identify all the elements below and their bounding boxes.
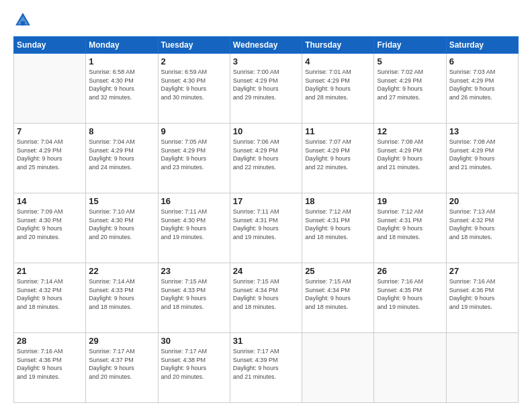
day-info: Sunrise: 7:00 AM Sunset: 4:29 PM Dayligh…	[233, 68, 299, 101]
day-number: 11	[305, 126, 371, 136]
day-info: Sunrise: 7:08 AM Sunset: 4:29 PM Dayligh…	[377, 138, 443, 171]
day-number: 31	[233, 336, 299, 346]
day-cell	[14, 54, 86, 124]
day-number: 12	[377, 126, 443, 136]
day-number: 28	[17, 336, 83, 346]
day-number: 26	[377, 266, 443, 276]
day-info: Sunrise: 7:04 AM Sunset: 4:29 PM Dayligh…	[17, 138, 83, 171]
day-info: Sunrise: 6:59 AM Sunset: 4:30 PM Dayligh…	[161, 68, 227, 101]
day-info: Sunrise: 6:58 AM Sunset: 4:30 PM Dayligh…	[89, 68, 154, 101]
day-cell: 26Sunrise: 7:16 AM Sunset: 4:35 PM Dayli…	[374, 263, 446, 333]
day-cell: 8Sunrise: 7:04 AM Sunset: 4:29 PM Daylig…	[86, 124, 158, 193]
day-number: 15	[89, 196, 154, 206]
logo-icon	[13, 11, 32, 30]
day-cell: 5Sunrise: 7:02 AM Sunset: 4:29 PM Daylig…	[374, 54, 446, 124]
day-cell: 11Sunrise: 7:07 AM Sunset: 4:29 PM Dayli…	[302, 124, 374, 193]
weekday-header-friday: Friday	[374, 37, 446, 54]
day-number: 22	[89, 266, 154, 276]
week-row-2: 14Sunrise: 7:09 AM Sunset: 4:30 PM Dayli…	[14, 193, 519, 263]
day-cell: 17Sunrise: 7:11 AM Sunset: 4:31 PM Dayli…	[230, 193, 302, 263]
weekday-header-wednesday: Wednesday	[230, 37, 302, 54]
day-cell: 12Sunrise: 7:08 AM Sunset: 4:29 PM Dayli…	[374, 124, 446, 193]
weekday-header-row: SundayMondayTuesdayWednesdayThursdayFrid…	[14, 37, 519, 54]
header	[13, 11, 519, 30]
day-cell	[302, 333, 374, 403]
day-cell: 4Sunrise: 7:01 AM Sunset: 4:29 PM Daylig…	[302, 54, 374, 124]
day-cell: 15Sunrise: 7:10 AM Sunset: 4:30 PM Dayli…	[86, 193, 158, 263]
day-number: 5	[377, 56, 443, 66]
day-cell: 20Sunrise: 7:13 AM Sunset: 4:32 PM Dayli…	[446, 193, 518, 263]
day-info: Sunrise: 7:13 AM Sunset: 4:32 PM Dayligh…	[449, 208, 515, 241]
day-cell: 14Sunrise: 7:09 AM Sunset: 4:30 PM Dayli…	[14, 193, 86, 263]
day-cell: 27Sunrise: 7:16 AM Sunset: 4:36 PM Dayli…	[446, 263, 518, 333]
day-info: Sunrise: 7:16 AM Sunset: 4:36 PM Dayligh…	[17, 347, 83, 381]
day-cell: 23Sunrise: 7:15 AM Sunset: 4:33 PM Dayli…	[158, 263, 230, 333]
day-info: Sunrise: 7:10 AM Sunset: 4:30 PM Dayligh…	[89, 208, 154, 241]
day-info: Sunrise: 7:09 AM Sunset: 4:30 PM Dayligh…	[17, 208, 83, 241]
day-info: Sunrise: 7:04 AM Sunset: 4:29 PM Dayligh…	[89, 138, 154, 171]
day-number: 13	[449, 126, 515, 136]
day-number: 16	[161, 196, 227, 206]
day-cell	[374, 333, 446, 403]
day-cell: 31Sunrise: 7:17 AM Sunset: 4:39 PM Dayli…	[230, 333, 302, 403]
day-info: Sunrise: 7:14 AM Sunset: 4:33 PM Dayligh…	[89, 277, 154, 311]
day-cell: 18Sunrise: 7:12 AM Sunset: 4:31 PM Dayli…	[302, 193, 374, 263]
day-cell: 13Sunrise: 7:08 AM Sunset: 4:29 PM Dayli…	[446, 124, 518, 193]
day-number: 7	[17, 126, 83, 136]
day-info: Sunrise: 7:06 AM Sunset: 4:29 PM Dayligh…	[233, 138, 299, 171]
day-number: 14	[17, 196, 83, 206]
day-number: 24	[233, 266, 299, 276]
week-row-1: 7Sunrise: 7:04 AM Sunset: 4:29 PM Daylig…	[14, 124, 519, 193]
week-row-4: 28Sunrise: 7:16 AM Sunset: 4:36 PM Dayli…	[14, 333, 519, 403]
day-number: 1	[89, 56, 154, 66]
day-number: 4	[305, 56, 371, 66]
week-row-3: 21Sunrise: 7:14 AM Sunset: 4:32 PM Dayli…	[14, 263, 519, 333]
day-number: 17	[233, 196, 299, 206]
day-number: 8	[89, 126, 154, 136]
page: SundayMondayTuesdayWednesdayThursdayFrid…	[0, 0, 532, 411]
day-cell: 28Sunrise: 7:16 AM Sunset: 4:36 PM Dayli…	[14, 333, 86, 403]
day-number: 19	[377, 196, 443, 206]
day-cell: 19Sunrise: 7:12 AM Sunset: 4:31 PM Dayli…	[374, 193, 446, 263]
logo	[13, 11, 35, 30]
week-row-0: 1Sunrise: 6:58 AM Sunset: 4:30 PM Daylig…	[14, 54, 519, 124]
day-cell: 1Sunrise: 6:58 AM Sunset: 4:30 PM Daylig…	[86, 54, 158, 124]
day-info: Sunrise: 7:12 AM Sunset: 4:31 PM Dayligh…	[377, 208, 443, 241]
day-number: 6	[449, 56, 515, 66]
day-cell: 30Sunrise: 7:17 AM Sunset: 4:38 PM Dayli…	[158, 333, 230, 403]
day-number: 20	[449, 196, 515, 206]
day-info: Sunrise: 7:15 AM Sunset: 4:34 PM Dayligh…	[305, 277, 371, 311]
weekday-header-monday: Monday	[86, 37, 158, 54]
weekday-header-tuesday: Tuesday	[158, 37, 230, 54]
day-cell: 25Sunrise: 7:15 AM Sunset: 4:34 PM Dayli…	[302, 263, 374, 333]
day-info: Sunrise: 7:16 AM Sunset: 4:35 PM Dayligh…	[377, 277, 443, 311]
day-info: Sunrise: 7:11 AM Sunset: 4:30 PM Dayligh…	[161, 208, 227, 241]
day-info: Sunrise: 7:17 AM Sunset: 4:39 PM Dayligh…	[233, 347, 299, 381]
day-number: 18	[305, 196, 371, 206]
day-info: Sunrise: 7:01 AM Sunset: 4:29 PM Dayligh…	[305, 68, 371, 101]
day-cell: 10Sunrise: 7:06 AM Sunset: 4:29 PM Dayli…	[230, 124, 302, 193]
day-number: 3	[233, 56, 299, 66]
day-number: 10	[233, 126, 299, 136]
day-info: Sunrise: 7:12 AM Sunset: 4:31 PM Dayligh…	[305, 208, 371, 241]
day-cell: 29Sunrise: 7:17 AM Sunset: 4:37 PM Dayli…	[86, 333, 158, 403]
day-cell: 22Sunrise: 7:14 AM Sunset: 4:33 PM Dayli…	[86, 263, 158, 333]
day-info: Sunrise: 7:17 AM Sunset: 4:38 PM Dayligh…	[161, 347, 227, 381]
day-cell: 7Sunrise: 7:04 AM Sunset: 4:29 PM Daylig…	[14, 124, 86, 193]
day-info: Sunrise: 7:15 AM Sunset: 4:33 PM Dayligh…	[161, 277, 227, 311]
day-cell: 3Sunrise: 7:00 AM Sunset: 4:29 PM Daylig…	[230, 54, 302, 124]
day-info: Sunrise: 7:02 AM Sunset: 4:29 PM Dayligh…	[377, 68, 443, 101]
calendar: SundayMondayTuesdayWednesdayThursdayFrid…	[13, 36, 519, 403]
day-cell: 16Sunrise: 7:11 AM Sunset: 4:30 PM Dayli…	[158, 193, 230, 263]
day-info: Sunrise: 7:15 AM Sunset: 4:34 PM Dayligh…	[233, 277, 299, 311]
day-number: 27	[449, 266, 515, 276]
day-cell: 24Sunrise: 7:15 AM Sunset: 4:34 PM Dayli…	[230, 263, 302, 333]
day-info: Sunrise: 7:05 AM Sunset: 4:29 PM Dayligh…	[161, 138, 227, 171]
day-number: 21	[17, 266, 83, 276]
day-info: Sunrise: 7:03 AM Sunset: 4:29 PM Dayligh…	[449, 68, 515, 101]
day-info: Sunrise: 7:17 AM Sunset: 4:37 PM Dayligh…	[89, 347, 154, 381]
day-number: 29	[89, 336, 154, 346]
day-info: Sunrise: 7:14 AM Sunset: 4:32 PM Dayligh…	[17, 277, 83, 311]
day-info: Sunrise: 7:16 AM Sunset: 4:36 PM Dayligh…	[449, 277, 515, 311]
day-cell: 9Sunrise: 7:05 AM Sunset: 4:29 PM Daylig…	[158, 124, 230, 193]
